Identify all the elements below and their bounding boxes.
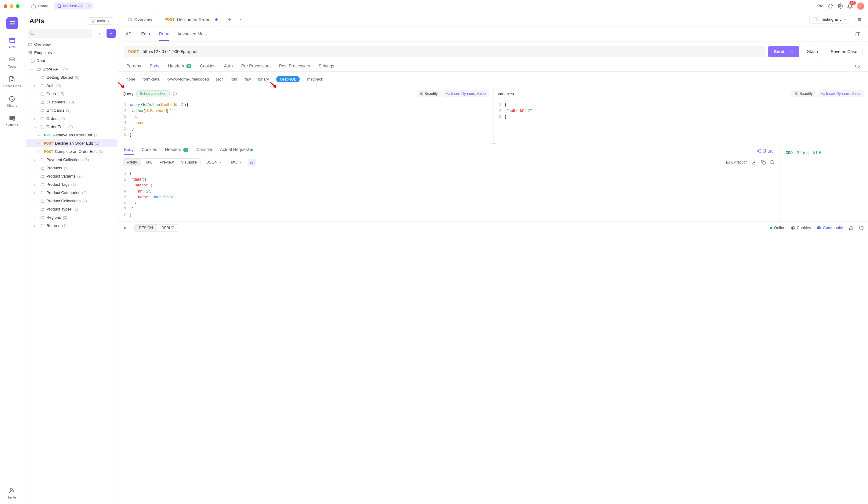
tree-folder[interactable]: ›Product Variants (2): [25, 172, 117, 180]
online-status[interactable]: Online: [770, 225, 786, 230]
method-select[interactable]: POST: [128, 50, 139, 54]
tree-folder[interactable]: ›Products (3): [25, 164, 117, 172]
tree-folder[interactable]: ›Carts (15): [25, 90, 117, 98]
insert-dynamic-vars[interactable]: Insert Dynamic Value: [818, 90, 864, 97]
app-logo[interactable]: [6, 17, 18, 29]
btype-msgpack[interactable]: msgpack: [307, 77, 323, 82]
add-button[interactable]: [106, 29, 116, 38]
tree-folder[interactable]: ›Regions (2): [25, 213, 117, 221]
tree-endpoint[interactable]: ›POSTDecline an Order Edit (1): [25, 139, 117, 147]
notifications-icon[interactable]: [847, 3, 853, 9]
download-response[interactable]: [752, 160, 757, 165]
reqtab-pre[interactable]: Pre Processors: [241, 63, 271, 71]
tree-folder[interactable]: ›Orders (5): [25, 114, 117, 123]
btype-xml[interactable]: xml: [231, 77, 237, 82]
tree-overview[interactable]: Overview: [25, 40, 117, 49]
help-button[interactable]: [859, 225, 864, 230]
btype-graphql[interactable]: GraphQL: [276, 76, 300, 82]
url-text[interactable]: http://127.0.0.1:9000/graphql: [143, 49, 197, 54]
tree-folder[interactable]: ›Returns (1): [25, 221, 117, 230]
btype-raw[interactable]: raw: [245, 77, 251, 82]
vmode-raw[interactable]: Raw: [141, 159, 156, 166]
pro-label[interactable]: Pro: [817, 4, 824, 8]
vmode-preview[interactable]: Preview: [156, 159, 177, 166]
tree-folder[interactable]: ›Auth (6): [25, 82, 117, 90]
beautify-query-button[interactable]: Beautify: [416, 90, 441, 97]
tree-endpoints[interactable]: Endpoints: [25, 49, 117, 57]
reqtab-headers[interactable]: Headers 9: [168, 63, 192, 71]
tree-folder[interactable]: ›Gift Cards (1): [25, 106, 117, 114]
tree-folder[interactable]: ›Payment Collections (6): [25, 156, 117, 164]
toggle-debug[interactable]: DEBUG: [157, 224, 179, 231]
toggle-design[interactable]: DESIGN: [135, 224, 157, 231]
rail-invite[interactable]: Invite: [8, 487, 16, 499]
tab-overview[interactable]: Overview: [122, 14, 157, 25]
rail-apis[interactable]: APIs: [9, 36, 16, 49]
tree-endpoint[interactable]: ›POSTComplete an Order Edit (1): [25, 147, 117, 156]
subtab-edit[interactable]: Edit•: [141, 31, 151, 37]
tree-folder[interactable]: ›Product Collections (2): [25, 197, 117, 205]
tree-root[interactable]: Root: [25, 57, 117, 65]
share-response[interactable]: Share: [757, 149, 774, 154]
resptab-headers[interactable]: Headers 7: [165, 147, 189, 155]
community-button[interactable]: Community: [816, 225, 843, 230]
close-window[interactable]: [4, 4, 7, 8]
tab-close[interactable]: ×: [87, 4, 90, 8]
design-debug-toggle[interactable]: DESIGN DEBUG: [134, 224, 179, 232]
tree-endpoint[interactable]: ›GETRetrieve an Order Edit (1): [25, 131, 117, 139]
variables-editor[interactable]: 1{ 2 "authorId": "2" 3}: [494, 101, 868, 123]
url-input[interactable]: POST http://127.0.0.1:9000/graphql: [124, 46, 765, 57]
encoding-select[interactable]: utf8: [228, 159, 245, 166]
tree-folder[interactable]: ›Product Categories (2): [25, 189, 117, 197]
send-button[interactable]: Send: [768, 46, 799, 57]
reqtab-body[interactable]: Body: [149, 63, 159, 71]
refresh-schema-button[interactable]: [173, 92, 177, 96]
beautify-vars-button[interactable]: Beautify: [792, 90, 816, 97]
tree-store-api[interactable]: ⌄ Store API (74): [25, 65, 117, 73]
subtab-api[interactable]: API: [126, 31, 133, 37]
response-body[interactable]: 1{ 2 "data": { 3 "author": { 4 "id": "2"…: [118, 169, 779, 221]
tree-folder[interactable]: ›Product Tags (1): [25, 180, 117, 189]
subtab-run[interactable]: Run•: [159, 31, 169, 37]
menu-button[interactable]: [855, 15, 864, 24]
maximize-window[interactable]: [16, 4, 20, 8]
format-select[interactable]: JSON: [204, 159, 225, 166]
vmode-pretty[interactable]: Pretty: [123, 159, 141, 166]
subtab-mock[interactable]: Advanced Mock: [177, 31, 208, 37]
tree-folder[interactable]: ›Customers (10): [25, 98, 117, 106]
minimize-window[interactable]: [10, 4, 13, 8]
tree-folder[interactable]: ›Product Types (1): [25, 205, 117, 213]
btype-form[interactable]: form-data: [143, 77, 159, 82]
vmode-visualize[interactable]: Visualize: [177, 159, 200, 166]
tree-folder[interactable]: ⌄Order Edits (3): [25, 123, 117, 131]
resptab-cookies[interactable]: Cookies: [142, 147, 157, 155]
settings-gear-icon[interactable]: [837, 3, 843, 9]
user-avatar[interactable]: [857, 2, 864, 10]
reqtab-settings[interactable]: Settings: [319, 63, 334, 71]
btype-json[interactable]: json: [216, 77, 224, 82]
env-picker[interactable]: Te Testing Env: [809, 15, 850, 24]
rail-history[interactable]: History: [7, 95, 17, 107]
reqtab-params[interactable]: Params: [126, 63, 141, 71]
sidebar-search[interactable]: [27, 29, 92, 38]
panel-toggle[interactable]: [855, 31, 861, 37]
btype-none[interactable]: none: [126, 77, 135, 82]
rail-settings[interactable]: Settings: [6, 115, 18, 127]
cookies-button[interactable]: Cookies: [791, 225, 811, 230]
resptab-actual[interactable]: Actual Request: [220, 147, 253, 155]
btype-binary[interactable]: binary: [258, 77, 269, 82]
branch-picker[interactable]: main: [87, 18, 113, 25]
reqtab-post[interactable]: Post Processors: [279, 63, 310, 71]
tree-folder[interactable]: ›Getting Started (8): [25, 73, 117, 82]
tab-home[interactable]: Home: [28, 2, 52, 10]
tab-more-button[interactable]: [236, 15, 245, 24]
send-dropdown[interactable]: [787, 50, 793, 53]
save-as-case-button[interactable]: Save as Case: [826, 46, 862, 57]
query-editor[interactable]: 1query GetAuthor($authorId: ID!) { 2 aut…: [118, 101, 493, 141]
filter-button[interactable]: [95, 29, 104, 38]
resptab-console[interactable]: Console: [196, 147, 212, 155]
rail-share-docs[interactable]: Share Docs: [3, 76, 21, 88]
reqtab-cookies[interactable]: Cookies: [200, 63, 216, 71]
wrap-toggle[interactable]: [248, 159, 256, 166]
refresh-icon[interactable]: [828, 3, 833, 9]
